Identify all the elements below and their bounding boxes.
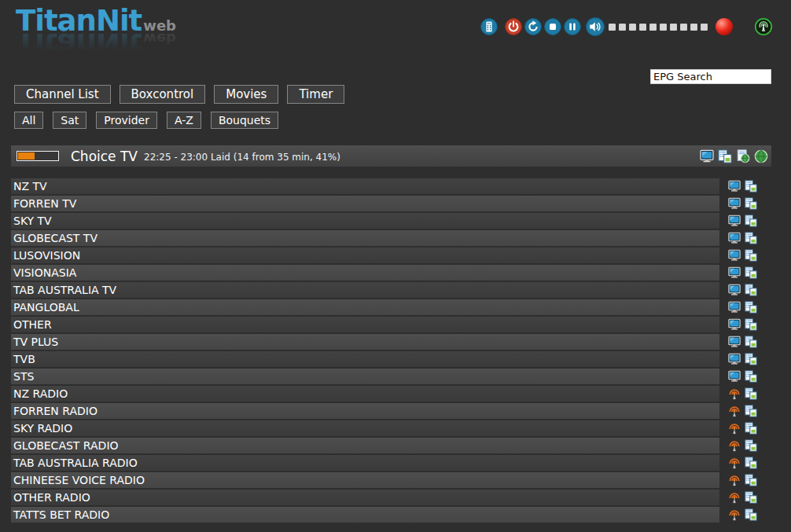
tv-zap-icon[interactable] [728,266,741,279]
channel-name[interactable]: OTHER RADIO [11,490,719,505]
volume-icon[interactable] [586,17,605,36]
nav-channel-list-button[interactable]: Channel List [14,85,111,104]
volume-square[interactable] [690,24,697,31]
restart-icon[interactable] [524,18,542,35]
channel-name[interactable]: SKY RADIO [11,420,719,436]
epg-list-icon[interactable] [745,266,757,279]
channel-name[interactable]: TATTS BET RADIO [11,507,719,523]
filter-all-button[interactable]: All [14,112,43,129]
tv-zap-icon[interactable] [728,318,741,331]
channel-name[interactable]: FORREN RADIO [11,403,719,419]
channel-row: STS [11,369,771,384]
volume-square[interactable] [701,24,708,31]
power-icon[interactable] [505,18,522,35]
tv-zap-icon[interactable] [728,301,741,314]
channel-row: TAB AUSTRALIA TV [11,282,771,298]
channel-name[interactable]: NZ RADIO [11,386,719,402]
channel-name[interactable]: NZ TV [11,178,719,194]
radio-zap-icon[interactable] [728,491,741,504]
volume-square[interactable] [680,24,687,31]
nav-boxcontrol-button[interactable]: Boxcontrol [120,85,206,104]
epg-list-icon[interactable] [745,180,757,193]
epg-search-input[interactable] [650,69,771,84]
radio-zap-icon[interactable] [728,508,741,521]
channel-name[interactable]: SKY TV [11,213,719,229]
epg-list-icon[interactable] [745,353,757,365]
epg-list-icon[interactable] [745,457,757,469]
channel-row: FORREN RADIO [11,403,771,419]
volume-square[interactable] [629,24,636,31]
epg-list-icon[interactable] [745,197,757,210]
channel-name[interactable]: TAB AUSTRALIA RADIO [11,455,719,471]
channel-name[interactable]: FORREN TV [11,196,719,211]
epg-list-icon[interactable] [745,439,757,452]
epg-list-icon[interactable] [745,249,757,262]
tv-zap-icon[interactable] [728,215,741,227]
channel-name[interactable]: PANGLOBAL [11,299,719,315]
volume-square[interactable] [619,24,626,31]
remote-icon[interactable] [480,18,498,35]
epg-page-globe-icon[interactable] [736,149,750,163]
nav-movies-button[interactable]: Movies [214,85,278,104]
volume-square[interactable] [609,24,616,31]
epg-list-icon[interactable] [745,215,757,227]
epg-list-icon[interactable] [745,318,757,331]
globe-icon[interactable] [754,149,768,163]
tv-zap-icon[interactable] [728,232,741,244]
tv-zap-icon[interactable] [728,249,741,262]
epg-list-icon[interactable] [745,491,757,504]
radio-zap-icon[interactable] [728,439,741,452]
channel-row: OTHER [11,317,771,332]
radio-zap-icon[interactable] [728,422,741,435]
filter-bouquets-button[interactable]: Bouquets [211,112,278,129]
volume-square[interactable] [670,24,677,31]
epg-list-icon[interactable] [745,336,757,348]
filter-sat-button[interactable]: Sat [53,112,86,129]
epg-list-icon[interactable] [745,508,757,521]
tv-zap-icon[interactable] [728,197,741,210]
channel-name[interactable]: CHINEESE VOICE RADIO [11,472,719,488]
radio-zap-icon[interactable] [728,387,741,400]
channel-row: FORREN TV [11,196,771,211]
stream-icon[interactable] [754,17,773,36]
radio-zap-icon[interactable] [728,474,741,486]
filter-az-button[interactable]: A-Z [167,112,201,129]
tv-zap-icon[interactable] [728,370,741,383]
stop-icon[interactable] [544,18,561,35]
monitor-icon[interactable] [700,149,714,163]
epg-list-icon[interactable] [745,370,757,383]
epg-list-icon[interactable] [745,405,757,417]
volume-square[interactable] [660,24,667,31]
channel-name[interactable]: VISIONASIA [11,265,719,281]
epg-list-icon[interactable] [745,301,757,314]
channel-row: CHINEESE VOICE RADIO [11,472,771,488]
radio-zap-icon[interactable] [728,457,741,469]
epg-list-icon[interactable] [745,232,757,244]
epg-list-icon[interactable] [745,284,757,296]
record-ball-icon[interactable] [716,18,733,35]
filter-provider-button[interactable]: Provider [96,112,157,129]
channel-name[interactable]: OTHER [11,317,719,332]
tv-zap-icon[interactable] [728,284,741,296]
volume-square[interactable] [649,24,657,31]
radio-zap-icon[interactable] [728,405,741,417]
epg-list-icon[interactable] [718,149,732,163]
channel-name[interactable]: LUSOVISION [11,248,719,263]
channel-name[interactable]: GLOBECAST TV [11,230,719,246]
nav-timer-button[interactable]: Timer [287,85,344,104]
epg-list-icon[interactable] [745,474,757,486]
pause-icon[interactable] [564,18,581,35]
channel-name[interactable]: GLOBECAST RADIO [11,438,719,453]
channel-name[interactable]: STS [11,369,719,384]
volume-square[interactable] [639,24,646,31]
tv-zap-icon[interactable] [728,180,741,193]
epg-list-icon[interactable] [745,387,757,400]
channel-row: LUSOVISION [11,248,771,263]
tv-zap-icon[interactable] [728,353,741,365]
tv-zap-icon[interactable] [728,336,741,348]
channel-name[interactable]: TAB AUSTRALIA TV [11,282,719,298]
epg-list-icon[interactable] [745,422,757,435]
channel-name[interactable]: TVB [11,351,719,367]
channel-row: SKY TV [11,213,771,229]
channel-name[interactable]: TV PLUS [11,334,719,350]
